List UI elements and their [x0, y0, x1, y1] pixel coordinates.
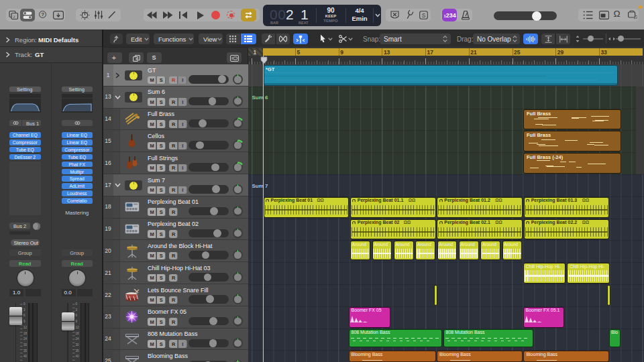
svg-text:♪: ♪	[13, 14, 15, 19]
svg-text:♫: ♫	[633, 13, 638, 20]
svg-text:S: S	[422, 12, 426, 19]
